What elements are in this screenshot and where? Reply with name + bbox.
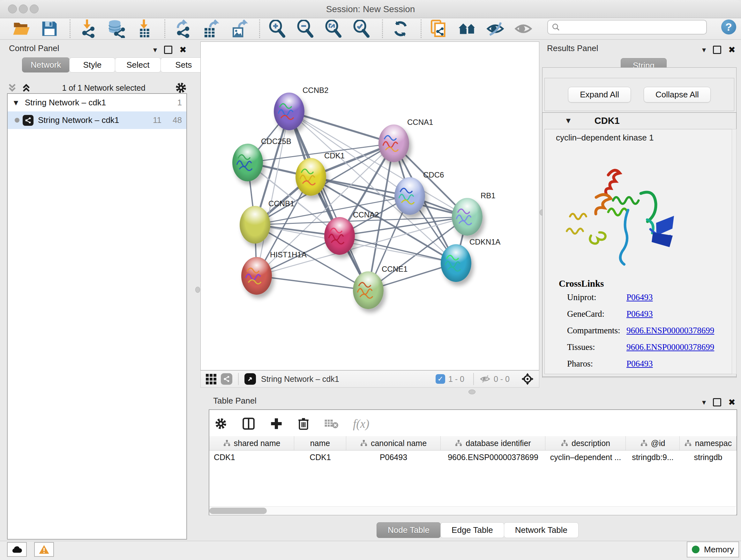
zoom-selected-icon[interactable] — [353, 19, 371, 38]
left-splitter-handle[interactable] — [195, 287, 200, 293]
table-tab-network-table[interactable]: Network Table — [504, 522, 579, 538]
table-panel-float-icon[interactable] — [713, 398, 721, 407]
hide-selected-eye-slash-icon[interactable] — [486, 19, 504, 38]
export-image-icon[interactable] — [230, 19, 248, 38]
import-network-file-icon[interactable] — [79, 19, 97, 38]
control-panel-float-icon[interactable] — [164, 46, 172, 54]
control-tab-network[interactable]: Network — [22, 57, 70, 72]
column-header-shared-name[interactable]: shared name — [209, 436, 294, 450]
control-panel-menu-icon[interactable]: ▾ — [153, 45, 157, 54]
network-node-CDK1[interactable] — [295, 158, 326, 196]
protein-ribbon-icon — [295, 158, 326, 196]
table-cell: stringdb:9... — [626, 450, 680, 464]
import-network-database-icon[interactable] — [107, 19, 125, 38]
save-session-icon[interactable] — [40, 19, 59, 38]
column-header-name[interactable]: name — [294, 436, 346, 450]
network-edge[interactable] — [311, 177, 467, 217]
import-table-file-icon[interactable] — [135, 19, 153, 38]
horizontal-splitter-handle[interactable] — [468, 389, 475, 394]
table-panel-menu-icon[interactable]: ▾ — [702, 398, 706, 407]
control-tab-style[interactable]: Style — [69, 57, 115, 72]
results-panel-close-icon[interactable]: ✖ — [728, 45, 736, 55]
network-view-share-icon[interactable] — [221, 373, 232, 385]
network-node-CCNA1[interactable] — [379, 125, 409, 162]
crosslink-link-compartments[interactable]: 9606.ENSP00000378699 — [626, 326, 714, 335]
network-node-CCNE1[interactable] — [353, 271, 384, 309]
help-button[interactable]: ? — [721, 19, 736, 35]
network-node-CDC25B[interactable] — [232, 144, 263, 181]
column-header-canonical-name[interactable]: canonical name — [346, 436, 441, 450]
node-result-header[interactable]: ▼ CDK1 — [542, 114, 737, 128]
delete-column-trash-icon[interactable] — [297, 417, 310, 430]
table-tab-edge-table[interactable]: Edge Table — [441, 522, 504, 538]
network-collection-row[interactable]: ▼ String Network – cdk1 1 — [8, 94, 186, 111]
fit-content-crosshair-icon[interactable] — [521, 373, 534, 385]
export-network-icon[interactable] — [174, 19, 192, 38]
selected-count-checkbox-icon[interactable]: ✓ — [435, 374, 445, 384]
column-header-database-identifier[interactable]: database identifier — [441, 436, 545, 450]
refresh-icon[interactable] — [391, 19, 410, 38]
table-settings-gear-icon[interactable] — [214, 417, 227, 430]
zoom-fit-icon[interactable] — [325, 19, 343, 38]
network-node-CCNB1[interactable] — [240, 206, 270, 244]
hidden-count-eye-slash-icon[interactable] — [480, 374, 490, 384]
column-header-description[interactable]: description — [545, 436, 626, 450]
network-canvas[interactable]: CCNB2CCNA1CDC25BCDK1CDC6RB1CCNB1CCNA2CDK… — [200, 42, 539, 370]
export-table-icon[interactable] — [202, 19, 220, 38]
home-icon[interactable] — [458, 19, 476, 38]
network-edge[interactable] — [257, 217, 467, 276]
network-edge[interactable] — [340, 236, 456, 263]
search-input[interactable] — [563, 22, 702, 32]
column-header-namespac[interactable]: namespac — [680, 436, 737, 450]
warning-button[interactable] — [34, 542, 54, 557]
delete-table-icon[interactable] — [324, 418, 338, 429]
crosslink-link-pharos[interactable]: P06493 — [626, 359, 653, 369]
collapse-all-button[interactable]: Collapse All — [644, 87, 711, 103]
network-node-CCNA2[interactable] — [324, 217, 355, 255]
function-builder-icon[interactable]: f(x) — [353, 417, 369, 431]
control-tab-select[interactable]: Select — [115, 57, 161, 72]
network-snapshot-icon[interactable] — [430, 19, 448, 38]
column-header-@id[interactable]: @id — [626, 436, 680, 450]
table-scrollbar-thumb[interactable] — [209, 508, 267, 514]
network-options-gear-icon[interactable] — [175, 82, 187, 94]
crosslink-link-genecard[interactable]: P06493 — [626, 309, 653, 319]
crosslink-link-tissues[interactable]: 9606.ENSP00000378699 — [626, 342, 714, 352]
add-column-plus-icon[interactable] — [270, 417, 283, 430]
table-tab-node-table[interactable]: Node Table — [377, 522, 441, 538]
network-row[interactable]: String Network – cdk1 11 48 — [8, 111, 186, 129]
table-panel-close-icon[interactable]: ✖ — [728, 397, 736, 408]
network-node-RB1[interactable] — [452, 198, 482, 236]
memory-button[interactable]: Memory — [687, 542, 739, 557]
network-node-CCNB2[interactable] — [274, 92, 305, 130]
column-header-label: database identifier — [466, 439, 531, 448]
table-row[interactable]: CDK1CDK1P064939606.ENSP00000378699cyclin… — [209, 450, 737, 464]
network-node-CDKN1A[interactable] — [441, 244, 471, 282]
zoom-in-icon[interactable] — [268, 19, 287, 38]
expand-all-button[interactable]: Expand All — [568, 87, 631, 103]
collapse-all-tree-icon[interactable] — [7, 83, 18, 93]
network-edge[interactable] — [257, 276, 368, 290]
zoom-out-icon[interactable] — [296, 19, 315, 38]
cloud-button[interactable] — [7, 542, 27, 557]
control-panel-close-icon[interactable]: ✖ — [179, 45, 187, 55]
results-panel-menu-icon[interactable]: ▾ — [702, 45, 706, 54]
crosslink-link-uniprot[interactable]: P06493 — [626, 293, 653, 302]
results-scrollbar[interactable] — [732, 129, 737, 374]
network-node-HIST1H1A[interactable] — [241, 257, 272, 295]
table-horizontal-scrollbar[interactable] — [209, 506, 736, 515]
control-tab-sets[interactable]: Sets — [160, 57, 206, 72]
results-panel-float-icon[interactable] — [713, 46, 721, 54]
open-session-icon[interactable] — [12, 19, 30, 38]
grid-view-icon[interactable] — [206, 374, 216, 384]
toolbar-search[interactable] — [547, 20, 707, 35]
collection-expander-icon[interactable]: ▼ — [12, 98, 20, 107]
expand-all-tree-icon[interactable] — [21, 83, 32, 93]
birds-eye-view-icon[interactable] — [245, 373, 256, 385]
node-result-expander-icon[interactable]: ▼ — [564, 116, 572, 125]
network-tree: ▼ String Network – cdk1 1 String Network… — [7, 93, 187, 540]
show-all-eye-icon[interactable] — [514, 19, 533, 38]
split-columns-icon[interactable] — [242, 417, 255, 430]
network-edge[interactable] — [289, 111, 394, 143]
network-node-CDC6[interactable] — [394, 177, 425, 215]
